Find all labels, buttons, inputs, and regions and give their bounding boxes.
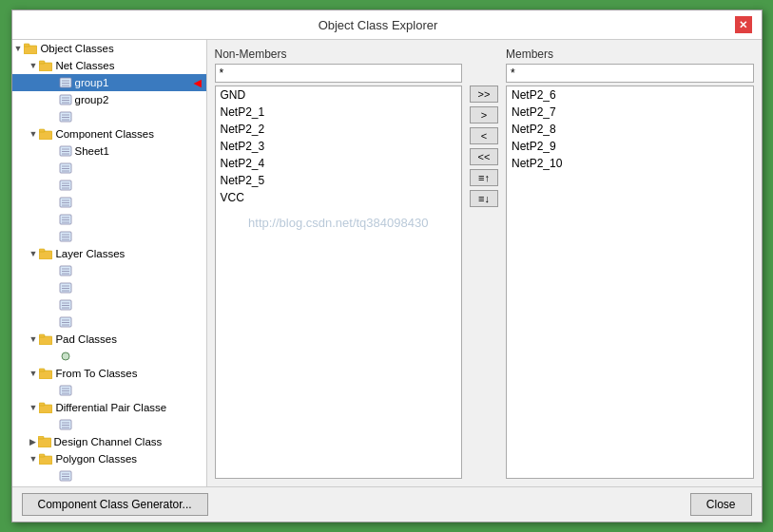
svg-rect-56 xyxy=(60,317,71,327)
member-item[interactable]: NetP2_9 xyxy=(507,138,753,155)
main-content: ▼Object Classes▼Net Classesgroup1◄group2… xyxy=(12,40,762,486)
tree-item-polygon-classes[interactable]: ▼Polygon Classes xyxy=(12,450,206,467)
item-icon xyxy=(58,383,73,398)
move-all-left-button[interactable]: << xyxy=(470,148,498,165)
tree-item-label: From To Classes xyxy=(55,368,203,379)
svg-rect-3 xyxy=(39,61,45,64)
non-member-item[interactable]: GND xyxy=(216,86,462,104)
item-icon xyxy=(58,417,73,432)
svg-rect-44 xyxy=(60,266,71,276)
item-icon xyxy=(58,178,73,193)
expand-arrow: ▼ xyxy=(29,334,38,344)
tree-item-label: Design Channel Class xyxy=(54,436,204,447)
tree-item-group1[interactable]: group1◄ xyxy=(12,74,206,91)
svg-rect-65 xyxy=(60,386,71,395)
member-item[interactable]: NetP2_7 xyxy=(507,104,753,121)
move-left-button[interactable]: < xyxy=(470,127,498,144)
non-member-item[interactable]: NetP2_4 xyxy=(216,155,462,172)
tree-item-all-layers[interactable] xyxy=(12,262,206,279)
svg-rect-30 xyxy=(60,198,71,207)
tree-item-pad-classes[interactable]: ▼Pad Classes xyxy=(12,331,206,348)
tree-item-all-diff-pa[interactable] xyxy=(12,416,206,433)
svg-rect-63 xyxy=(39,370,52,379)
item-icon xyxy=(58,263,73,278)
svg-rect-71 xyxy=(60,420,71,429)
dialog-title: Object Class Explorer xyxy=(22,18,735,32)
svg-rect-2 xyxy=(39,63,52,71)
tree-item-object-classes[interactable]: ▼Object Classes xyxy=(12,40,206,57)
folder-icon xyxy=(38,400,53,415)
tree-container[interactable]: ▼Object Classes▼Net Classesgroup1◄group2… xyxy=(12,40,206,486)
expand-arrow: ▼ xyxy=(29,129,38,139)
move-down-button[interactable]: ≡↓ xyxy=(470,190,498,207)
tree-item-label: Object Classes xyxy=(40,43,203,54)
svg-rect-60 xyxy=(39,336,52,345)
member-item[interactable]: NetP2_6 xyxy=(507,86,753,104)
item-icon xyxy=(58,92,73,107)
root-folder-icon xyxy=(23,41,38,56)
members-list[interactable]: NetP2_6NetP2_7NetP2_8NetP2_9NetP2_10 xyxy=(506,86,754,479)
member-item[interactable]: NetP2_8 xyxy=(507,121,753,138)
red-arrow-indicator: ◄ xyxy=(191,75,204,90)
left-panel: ▼Object Classes▼Net Classesgroup1◄group2… xyxy=(12,40,207,486)
svg-rect-78 xyxy=(39,454,45,457)
tree-item-all-pads[interactable] xyxy=(12,348,206,365)
non-members-filter[interactable] xyxy=(215,64,463,83)
tree-item-from-to-classes[interactable]: ▼From To Classes xyxy=(12,365,206,382)
move-all-right-button[interactable]: >> xyxy=(470,86,498,103)
expand-arrow: ▼ xyxy=(29,403,38,412)
tree-item-outside-board[interactable] xyxy=(12,211,206,228)
tree-item-all-nets[interactable] xyxy=(12,108,206,125)
move-up-button[interactable]: ≡↑ xyxy=(470,169,498,186)
dialog-close-button[interactable]: Close xyxy=(690,493,752,516)
item-icon xyxy=(58,297,73,313)
tree-item-component-classes[interactable]: ▼Component Classes xyxy=(12,125,206,142)
tree-item-top-side[interactable] xyxy=(12,228,206,245)
tree-item-electrical-layers[interactable] xyxy=(12,296,206,314)
tree-item-all-from-tos[interactable] xyxy=(12,382,206,399)
folder-icon xyxy=(38,126,53,142)
svg-rect-43 xyxy=(39,249,45,252)
non-member-item[interactable]: NetP2_2 xyxy=(216,121,462,138)
tree-item-all-components[interactable] xyxy=(12,160,206,177)
tree-item-label: group2 xyxy=(75,94,204,105)
members-label: Members xyxy=(506,48,754,61)
members-filter[interactable] xyxy=(506,64,754,83)
expand-arrow: ▼ xyxy=(29,249,38,258)
tree-item-signal-layers[interactable] xyxy=(12,314,206,331)
member-item[interactable]: NetP2_10 xyxy=(507,155,753,172)
move-right-button[interactable]: > xyxy=(470,106,498,124)
tree-item-sheet1[interactable]: Sheet1 xyxy=(12,142,206,160)
members-panel: Members NetP2_6NetP2_7NetP2_8NetP2_9NetP… xyxy=(506,48,754,479)
item-icon xyxy=(58,75,73,90)
expand-arrow: ▼ xyxy=(14,44,23,53)
item-icon xyxy=(58,280,73,295)
svg-rect-22 xyxy=(60,163,71,173)
tree-item-bottom-side[interactable] xyxy=(12,177,206,194)
non-member-item[interactable]: NetP2_3 xyxy=(216,138,462,155)
tree-item-component-layer[interactable] xyxy=(12,279,206,296)
svg-rect-61 xyxy=(39,334,45,337)
tree-item-net-classes[interactable]: ▼Net Classes xyxy=(12,57,206,74)
svg-rect-69 xyxy=(39,405,52,413)
svg-rect-0 xyxy=(24,46,37,54)
tree-item-layer-classes[interactable]: ▼Layer Classes xyxy=(12,245,206,262)
expand-arrow: ▼ xyxy=(29,369,38,378)
tree-item-group2[interactable]: group2 xyxy=(12,91,206,108)
tree-item-design-channel-class[interactable]: ▶Design Channel Class xyxy=(12,433,206,450)
non-member-item[interactable]: VCC xyxy=(216,189,462,206)
tree-item-diff-pair-classes[interactable]: ▼Differential Pair Classe xyxy=(12,399,206,416)
svg-rect-34 xyxy=(60,215,71,224)
expand-arrow: ▶ xyxy=(29,437,36,446)
folder-icon xyxy=(38,366,53,381)
tree-item-all-polygons[interactable] xyxy=(12,467,206,484)
tree-item-inside-board[interactable] xyxy=(12,194,206,211)
svg-rect-1 xyxy=(24,44,29,47)
svg-rect-75 xyxy=(38,438,51,447)
non-members-list[interactable]: GNDNetP2_1NetP2_2NetP2_3NetP2_4NetP2_5VC… xyxy=(215,86,463,479)
non-member-item[interactable]: NetP2_5 xyxy=(216,172,462,189)
component-class-generator-button[interactable]: Component Class Generator... xyxy=(22,493,208,516)
close-button[interactable]: ✕ xyxy=(735,16,752,33)
folder-icon xyxy=(38,332,53,347)
non-member-item[interactable]: NetP2_1 xyxy=(216,104,462,121)
